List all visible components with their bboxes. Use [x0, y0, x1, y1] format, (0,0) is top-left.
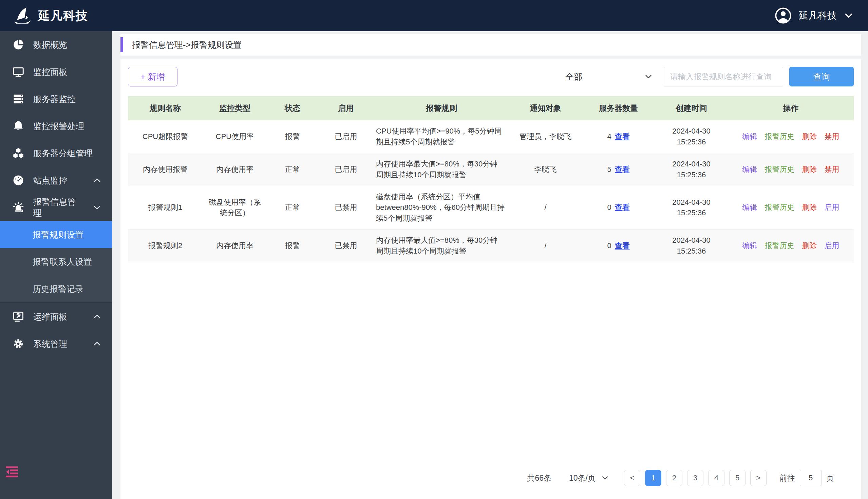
chevron-up-icon — [92, 175, 102, 185]
brand-name: 延凡科技 — [38, 8, 88, 24]
alarm-history-action-link[interactable]: 报警历史 — [765, 241, 795, 250]
view-servers-link[interactable]: 查看 — [615, 203, 630, 211]
search-button[interactable]: 查询 — [789, 67, 854, 86]
cell-rule: CPU使用率平均值>=90%，每5分钟周期且持续5个周期就报警 — [374, 120, 509, 153]
sidebar-item-server-groups[interactable]: 服务器分组管理 — [0, 140, 112, 167]
sidebar-item-server-monitor[interactable]: 服务器监控 — [0, 85, 112, 112]
cell-monitor-type: CPU使用率 — [203, 120, 267, 153]
sidebar-item-ops-panel[interactable]: 运维面板 — [0, 303, 112, 330]
next-page-button[interactable]: > — [750, 470, 766, 486]
cell-notify: / — [509, 186, 582, 230]
cell-monitor-type: 磁盘使用率（系统分区） — [203, 186, 267, 230]
breadcrumb: 报警信息管理->报警规则设置 — [120, 34, 861, 56]
cell-enabled: 已启用 — [318, 120, 374, 153]
alarm-info-submenu: 报警规则设置 报警联系人设置 历史报警记录 — [0, 221, 112, 303]
gear-icon — [12, 338, 24, 350]
delete-action-link[interactable]: 删除 — [802, 203, 817, 211]
enable-action-link[interactable]: 启用 — [824, 241, 840, 250]
view-servers-link[interactable]: 查看 — [615, 132, 630, 141]
column-header-rule: 报警规则 — [374, 96, 509, 120]
sidebar-item-site-monitor[interactable]: 站点监控 — [0, 167, 112, 194]
prev-page-button[interactable]: < — [624, 470, 640, 486]
sidebar-item-system-management[interactable]: 系统管理 — [0, 330, 112, 357]
sidebar-item-label: 监控面板 — [33, 66, 67, 78]
page-button-2[interactable]: 2 — [666, 470, 682, 486]
edit-action-link[interactable]: 编辑 — [742, 165, 757, 173]
sidebar-item-label: 数据概览 — [33, 39, 67, 50]
page-button-4[interactable]: 4 — [708, 470, 724, 486]
table-header-row: 规则名称 监控类型 状态 启用 报警规则 通知对象 服务器数量 创建时间 操作 — [128, 96, 854, 120]
sidebar-item-monitor-panel[interactable]: 监控面板 — [0, 58, 112, 85]
view-servers-link[interactable]: 查看 — [615, 165, 630, 173]
disable-action-link[interactable]: 禁用 — [824, 165, 840, 173]
edit-action-link[interactable]: 编辑 — [742, 203, 757, 211]
cell-server-count: 4查看 — [582, 120, 655, 153]
column-header-notify: 通知对象 — [509, 96, 582, 120]
search-input[interactable] — [664, 67, 783, 86]
page-size-value: 10条/页 — [569, 473, 595, 483]
cell-rule-name: CPU超限报警 — [128, 120, 203, 153]
enable-action-link[interactable]: 启用 — [824, 203, 840, 211]
cell-status: 正常 — [267, 186, 318, 230]
avatar-icon — [774, 7, 792, 24]
server-count-value: 0 — [607, 203, 611, 211]
status-filter-select[interactable]: 全部 — [565, 71, 654, 82]
sidebar-item-label: 系统管理 — [33, 338, 67, 350]
user-menu[interactable]: 延凡科技 — [774, 7, 854, 24]
server-rack-icon — [12, 93, 24, 105]
top-header-bar: 延凡科技 延凡科技 — [0, 0, 868, 31]
table-row: CPU超限报警 CPU使用率 报警 已启用 CPU使用率平均值>=90%，每5分… — [128, 120, 854, 153]
gauge-icon — [12, 174, 24, 186]
alarm-history-action-link[interactable]: 报警历史 — [765, 132, 795, 141]
sidebar-item-data-overview[interactable]: 数据概览 — [0, 31, 112, 58]
bell-icon — [12, 120, 24, 132]
add-button[interactable]: + 新增 — [128, 67, 177, 86]
page-button-3[interactable]: 3 — [687, 470, 703, 486]
cell-actions: 编辑报警历史删除启用 — [728, 186, 854, 230]
sidebar-subitem-alarm-contacts[interactable]: 报警联系人设置 — [0, 248, 112, 275]
sidebar-subitem-alarm-rules[interactable]: 报警规则设置 — [0, 221, 112, 248]
view-servers-link[interactable]: 查看 — [615, 241, 630, 250]
edit-action-link[interactable]: 编辑 — [742, 241, 757, 250]
alarm-history-action-link[interactable]: 报警历史 — [765, 203, 795, 211]
sidebar-item-label: 站点监控 — [33, 175, 67, 186]
goto-page-label: 前往 — [780, 473, 795, 483]
edit-action-link[interactable]: 编辑 — [742, 132, 757, 141]
sidebar-item-alarm-info[interactable]: 报警信息管理 — [0, 194, 112, 221]
sidebar-item-label: 报警信息管理 — [33, 196, 83, 219]
brand-logo-sail-icon — [14, 7, 33, 24]
cell-server-count: 5查看 — [582, 153, 655, 186]
ops-wrench-screen-icon — [12, 311, 24, 323]
delete-action-link[interactable]: 删除 — [802, 165, 817, 173]
page-size-select[interactable]: 10条/页 — [569, 473, 609, 483]
cell-notify: / — [509, 230, 582, 263]
cell-monitor-type: 内存使用率 — [203, 230, 267, 263]
sidebar-item-alarm-handling[interactable]: 监控报警处理 — [0, 112, 112, 140]
cell-created: 2024-04-30 15:25:36 — [655, 120, 728, 153]
column-header-actions: 操作 — [728, 96, 854, 120]
cell-actions: 编辑报警历史删除启用 — [728, 230, 854, 263]
server-count-value: 5 — [607, 165, 611, 173]
page-button-5[interactable]: 5 — [729, 470, 746, 486]
cell-rule: 内存使用率最大值>=80%，每30分钟周期且持续10个周期就报警 — [374, 153, 509, 186]
cell-created: 2024-04-30 15:25:36 — [655, 230, 728, 263]
sidebar-subitem-alarm-history[interactable]: 历史报警记录 — [0, 275, 112, 302]
page-button-1[interactable]: 1 — [645, 470, 661, 486]
delete-action-link[interactable]: 删除 — [802, 132, 817, 141]
column-header-status: 状态 — [267, 96, 318, 120]
pie-chart-icon — [12, 39, 24, 51]
monitor-icon — [12, 66, 24, 78]
cell-created: 2024-04-30 15:25:36 — [655, 153, 728, 186]
sidebar-collapse-icon[interactable] — [5, 466, 19, 478]
disable-action-link[interactable]: 禁用 — [824, 132, 840, 141]
content-card: + 新增 全部 查询 规则 — [120, 59, 861, 499]
sidebar-item-label: 运维面板 — [33, 311, 67, 322]
alarm-lamp-icon — [12, 202, 24, 214]
cell-monitor-type: 内存使用率 — [203, 153, 267, 186]
alarm-history-action-link[interactable]: 报警历史 — [765, 165, 795, 173]
chevron-up-icon — [92, 339, 102, 349]
server-count-value: 0 — [607, 241, 611, 250]
goto-page-input[interactable] — [800, 470, 821, 486]
status-filter-value: 全部 — [565, 71, 582, 82]
delete-action-link[interactable]: 删除 — [802, 241, 817, 250]
